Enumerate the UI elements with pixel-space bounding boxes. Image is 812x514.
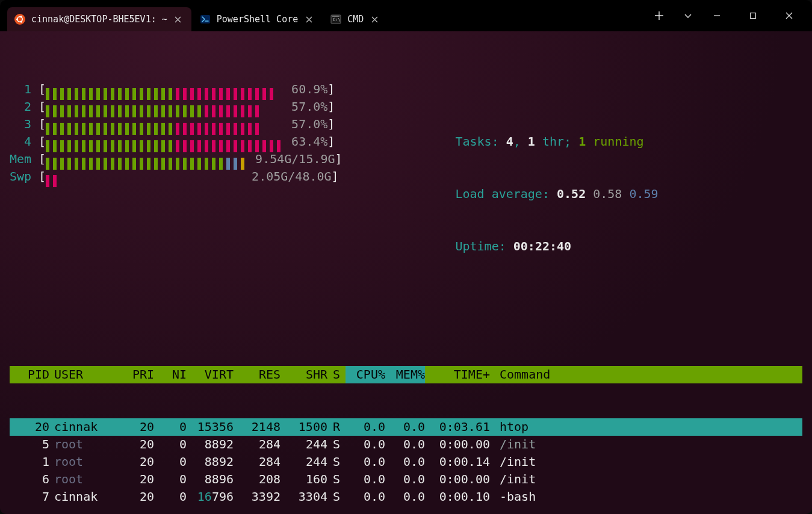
ubuntu-icon [14,14,25,25]
column-header-res[interactable]: RES [234,366,280,383]
column-header-shr[interactable]: SHR [280,366,327,383]
column-header-pri[interactable]: PRI [114,366,154,383]
summary-panel: Tasks: 4, 1 thr; 1 running Load average:… [383,81,802,273]
loadavg-5: 0.58 [593,187,622,201]
window: cinnak@DESKTOP-BHE5EV1: ~PowerShell Core… [0,0,812,514]
close-button[interactable] [771,0,807,31]
cpu-meter-1: 1 [ 60.9%] [10,81,383,98]
tab-label: cinnak@DESKTOP-BHE5EV1: ~ [31,14,167,25]
column-header-command[interactable]: Command [490,366,802,383]
window-controls [699,0,807,31]
close-icon[interactable] [370,14,379,24]
svg-point-0 [14,14,25,25]
cpu-meter-value: 60.9% [284,82,327,96]
column-header-mem[interactable]: MEM% [385,366,425,383]
powershell-icon [200,14,211,25]
tab-actions [648,0,699,31]
svg-rect-8 [751,13,756,19]
tab-2[interactable]: C:\CMD [323,7,388,31]
table-row[interactable]: 6root2008896208160S0.00.00:00.00/init [10,471,802,488]
tab-dropdown-button[interactable] [677,5,699,26]
column-header-s[interactable]: S [327,366,346,383]
table-header[interactable]: PIDUSERPRINIVIRTRESSHRSCPU%MEM%TIME+Comm… [10,366,802,383]
htop-header: 1 [ 60.9%] 2 [ 57.0%] 3 [ 57.0%] 4 [ 63.… [10,81,802,273]
tasks-label: Tasks: [455,134,498,149]
swp-meter: Swp[ 2.05G/48.0G] [10,168,383,185]
tasks-count: 4 [506,134,513,149]
mem-meter: Mem[ 9.54G/15.9G] [10,150,383,168]
tab-1[interactable]: PowerShell Core [193,7,322,31]
loadavg-1: 0.52 [557,187,586,201]
new-tab-button[interactable] [648,5,670,26]
maximize-button[interactable] [735,0,771,31]
uptime-value: 00:22:40 [513,239,571,253]
mem-meter-value: 9.54G/15.9G [248,152,335,166]
terminal-surface[interactable]: 1 [ 60.9%] 2 [ 57.0%] 3 [ 57.0%] 4 [ 63.… [0,31,812,514]
table-row[interactable]: 1root2008892284244S0.00.00:00.14/init [10,453,802,471]
table-row[interactable]: 5root2008892284244S0.00.00:00.00/init [10,436,802,453]
load-label: Load average: [455,187,550,201]
column-header-time[interactable]: TIME+ [425,366,490,383]
column-header-ni[interactable]: NI [154,366,187,383]
column-header-user[interactable]: USER [49,366,114,383]
column-header-virt[interactable]: VIRT [187,366,234,383]
close-icon[interactable] [173,14,183,24]
cpu-meter-value: 63.4% [284,134,327,149]
cpu-meter-2: 2 [ 57.0%] [10,98,383,116]
thr-count: 1 [528,134,535,149]
tab-0[interactable]: cinnak@DESKTOP-BHE5EV1: ~ [7,7,191,31]
cmd-icon: C:\ [330,14,341,25]
swp-meter-value: 2.05G/48.0G [244,169,332,184]
tab-label: PowerShell Core [217,14,298,25]
minimize-button[interactable] [699,0,735,31]
column-header-pid[interactable]: PID [10,366,49,383]
running-count: 1 [578,134,586,149]
cpu-meter-value: 57.0% [284,117,327,131]
uptime-label: Uptime: [455,239,506,253]
tab-label: CMD [347,14,364,25]
cpu-meter-value: 57.0% [284,99,327,114]
table-row[interactable]: 7cinnak2001679633923304S0.00.00:00.10-ba… [10,488,802,506]
loadavg-15: 0.59 [629,187,658,201]
cpu-meter-3: 3 [ 57.0%] [10,116,383,133]
process-table: PIDUSERPRINIVIRTRESSHRSCPU%MEM%TIME+Comm… [10,331,802,514]
svg-text:C:\: C:\ [333,17,341,22]
close-icon[interactable] [304,14,314,24]
table-row[interactable]: 20cinnak2001535621481500R0.00.00:03.61ht… [10,418,802,436]
tab-strip: cinnak@DESKTOP-BHE5EV1: ~PowerShell Core… [7,0,643,31]
title-bar: cinnak@DESKTOP-BHE5EV1: ~PowerShell Core… [0,0,812,31]
cpu-meter-4: 4 [ 63.4%] [10,133,383,150]
column-header-cpu[interactable]: CPU% [346,366,385,383]
